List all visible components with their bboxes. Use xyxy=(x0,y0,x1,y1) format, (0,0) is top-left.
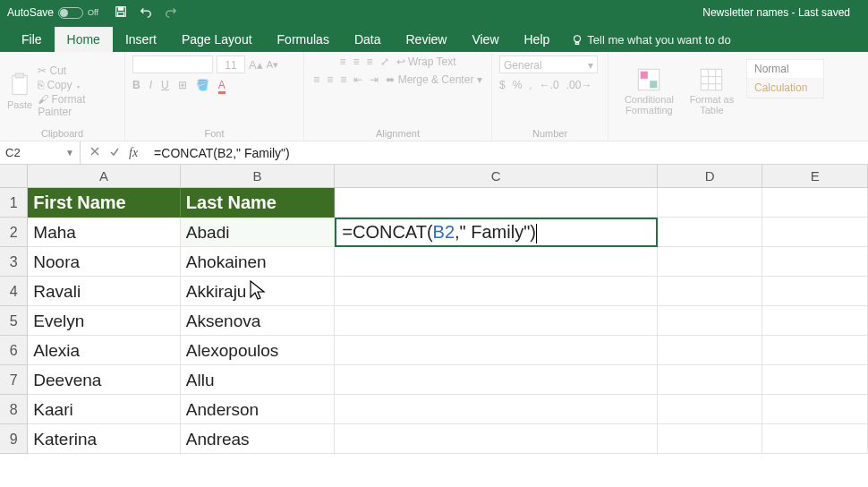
copy-button[interactable]: ⎘ Copy ▾ xyxy=(38,79,117,91)
cell-E6[interactable] xyxy=(762,336,868,365)
row-header[interactable]: 9 xyxy=(0,424,28,454)
toggle-off-icon[interactable] xyxy=(58,7,83,19)
align-right-icon[interactable]: ≡ xyxy=(340,73,346,86)
col-header-D[interactable]: D xyxy=(658,165,763,188)
cell-D9[interactable] xyxy=(658,424,763,454)
currency-button[interactable]: $ xyxy=(499,79,506,91)
cell-B2[interactable]: Abadi xyxy=(181,218,335,247)
cancel-icon[interactable] xyxy=(89,146,100,159)
cell-E8[interactable] xyxy=(762,395,868,424)
cell-D3[interactable] xyxy=(658,247,763,277)
cell-A7[interactable]: Deevena xyxy=(28,365,181,395)
col-header-B[interactable]: B xyxy=(181,165,335,188)
tab-insert[interactable]: Insert xyxy=(113,27,169,52)
font-size-combo[interactable]: 11 xyxy=(217,56,245,73)
cell-B7[interactable]: Allu xyxy=(181,365,335,395)
increase-decimal-icon[interactable]: ←.0 xyxy=(540,79,559,91)
redo-icon[interactable] xyxy=(165,5,177,21)
spreadsheet-grid[interactable]: A B C D E 1First NameLast Name2MahaAbadi… xyxy=(0,165,868,454)
cell-B8[interactable]: Anderson xyxy=(181,395,335,424)
cell-D1[interactable] xyxy=(658,188,763,218)
cell-styles-gallery[interactable]: Normal Calculation xyxy=(746,59,824,98)
cell-B4[interactable]: Akkiraju xyxy=(181,277,335,306)
select-all-corner[interactable] xyxy=(0,165,28,188)
tell-me-search[interactable]: Tell me what you want to do xyxy=(562,28,739,52)
cell-D6[interactable] xyxy=(658,336,763,365)
align-left-icon[interactable]: ≡ xyxy=(313,73,319,86)
border-icon[interactable]: ⊞ xyxy=(178,79,187,94)
cell-E3[interactable] xyxy=(762,247,868,277)
format-as-table-button[interactable]: Format as Table xyxy=(688,67,736,115)
align-top-icon[interactable]: ≡ xyxy=(340,56,346,68)
cell-D7[interactable] xyxy=(658,365,763,395)
col-header-A[interactable]: A xyxy=(28,165,180,188)
row-header[interactable]: 1 xyxy=(0,188,28,218)
cell-B6[interactable]: Alexopoulos xyxy=(181,336,335,365)
cell-C5[interactable] xyxy=(335,306,657,336)
row-header[interactable]: 7 xyxy=(0,365,28,395)
number-format-combo[interactable]: General▾ xyxy=(499,56,598,73)
indent-right-icon[interactable]: ⇥ xyxy=(370,73,379,86)
cell-A6[interactable]: Alexia xyxy=(28,336,181,365)
cell-C7[interactable] xyxy=(335,365,657,395)
cell-E7[interactable] xyxy=(762,365,868,395)
conditional-formatting-button[interactable]: Conditional Formatting xyxy=(616,67,683,115)
cell-E1[interactable] xyxy=(762,188,868,218)
cell-C2[interactable]: =CONCAT(B2," Family") xyxy=(335,218,657,247)
format-painter-button[interactable]: 🖌 Format Painter xyxy=(38,93,117,118)
formula-input[interactable]: =CONCAT(B2," Family") xyxy=(147,146,868,160)
cell-A9[interactable]: Katerina xyxy=(28,424,181,454)
percent-button[interactable]: % xyxy=(513,79,523,91)
merge-center-button[interactable]: ⬌ Merge & Center ▾ xyxy=(386,73,481,86)
cell-C3[interactable] xyxy=(335,247,657,277)
font-color-icon[interactable]: A xyxy=(218,79,226,94)
cell-C4[interactable] xyxy=(335,277,657,306)
cell-D4[interactable] xyxy=(658,277,763,306)
row-header[interactable]: 4 xyxy=(0,277,28,306)
cell-C9[interactable] xyxy=(335,424,657,454)
cell-B9[interactable]: Andreas xyxy=(181,424,335,454)
indent-left-icon[interactable]: ⇤ xyxy=(353,73,362,86)
cell-E2[interactable] xyxy=(762,218,868,247)
cell-E4[interactable] xyxy=(762,277,868,306)
tab-review[interactable]: Review xyxy=(394,27,460,52)
save-icon[interactable] xyxy=(115,5,127,21)
cell-C6[interactable] xyxy=(335,336,657,365)
tab-page-layout[interactable]: Page Layout xyxy=(169,27,265,52)
decrease-decimal-icon[interactable]: .00→ xyxy=(566,79,592,91)
italic-button[interactable]: I xyxy=(149,79,152,94)
row-header[interactable]: 6 xyxy=(0,336,28,365)
underline-button[interactable]: U xyxy=(161,79,169,94)
bold-button[interactable]: B xyxy=(132,79,140,94)
row-header[interactable]: 2 xyxy=(0,218,28,247)
cell-B1[interactable]: Last Name xyxy=(181,188,335,218)
cell-A2[interactable]: Maha xyxy=(28,218,181,247)
cell-A5[interactable]: Evelyn xyxy=(28,306,181,336)
row-header[interactable]: 8 xyxy=(0,395,28,424)
cell-D8[interactable] xyxy=(658,395,763,424)
cell-A1[interactable]: First Name xyxy=(28,188,181,218)
font-name-combo[interactable] xyxy=(132,56,213,73)
tab-data[interactable]: Data xyxy=(342,27,394,52)
align-middle-icon[interactable]: ≡ xyxy=(353,56,360,68)
fill-color-icon[interactable]: 🪣 xyxy=(196,79,209,94)
name-box[interactable]: C2 ▼ xyxy=(0,141,81,164)
chevron-down-icon[interactable]: ▼ xyxy=(65,148,74,158)
align-bottom-icon[interactable]: ≡ xyxy=(367,56,373,68)
orientation-icon[interactable]: ⤢ xyxy=(380,56,389,68)
cell-D2[interactable] xyxy=(658,218,763,247)
style-calculation[interactable]: Calculation xyxy=(747,79,823,98)
comma-button[interactable]: , xyxy=(529,79,532,91)
cut-button[interactable]: ✂ Cut xyxy=(38,64,117,77)
cell-E5[interactable] xyxy=(762,306,868,336)
col-header-C[interactable]: C xyxy=(335,165,658,188)
tab-help[interactable]: Help xyxy=(512,27,563,52)
cell-C8[interactable] xyxy=(335,395,657,424)
cell-A3[interactable]: Noora xyxy=(28,247,181,277)
cell-A8[interactable]: Kaari xyxy=(28,395,181,424)
align-center-icon[interactable]: ≡ xyxy=(327,73,333,86)
increase-font-icon[interactable]: A▴ xyxy=(249,58,263,72)
cell-D5[interactable] xyxy=(658,306,763,336)
tab-file[interactable]: File xyxy=(9,27,55,52)
enter-icon[interactable] xyxy=(109,146,120,159)
